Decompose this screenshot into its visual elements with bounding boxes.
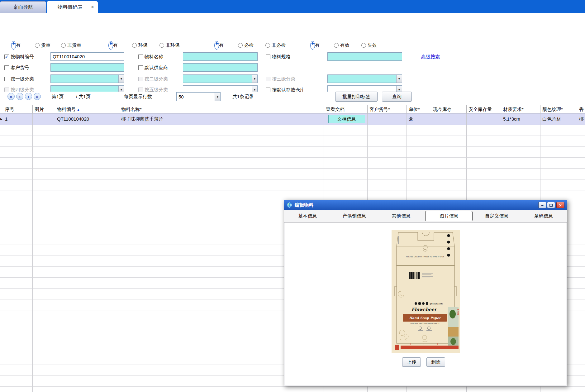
close-button[interactable]: ×	[556, 202, 564, 208]
category2-select[interactable]: ▼	[183, 74, 258, 83]
upload-button[interactable]: 上传	[402, 357, 421, 367]
filter-material-code-checkbox[interactable]: ✓ 按物料编号	[4, 52, 34, 61]
table-cell	[55, 190, 119, 201]
table-cell	[3, 212, 33, 223]
radio-must-inspect[interactable]: 必检	[238, 42, 254, 49]
table-row[interactable]	[0, 387, 585, 392]
table-row[interactable]	[0, 179, 585, 190]
doc-info-button[interactable]: 文档信息	[328, 115, 365, 123]
header-image[interactable]: 图片	[33, 105, 55, 113]
query-button[interactable]: 查询	[382, 92, 412, 102]
rows-per-page-select[interactable]: 50 ▼	[176, 92, 221, 101]
table-row[interactable]	[0, 147, 585, 158]
table-row[interactable]	[0, 125, 585, 136]
tab-image-info[interactable]: 图片信息	[425, 211, 473, 221]
radio-dot	[159, 43, 164, 48]
advanced-search-link[interactable]: 高级搜索	[421, 54, 440, 60]
table-cell	[0, 299, 3, 310]
header-material-code[interactable]: 物料编号▲	[55, 105, 119, 113]
last-page-button[interactable]: »	[34, 93, 41, 100]
filter-customer-item-checkbox[interactable]: 客户货号	[4, 63, 29, 72]
first-page-button[interactable]: «	[7, 93, 15, 100]
category3-select[interactable]: ▼	[327, 74, 402, 83]
table-cell	[33, 321, 55, 332]
filter-material-name-checkbox[interactable]: 物料名称	[138, 52, 163, 61]
dialog-tabs: 基本信息 产供销信息 其他信息 图片信息 自定义信息 条码信息	[284, 210, 567, 222]
table-cell	[501, 179, 540, 190]
tab-other-info[interactable]: 其他信息	[378, 210, 425, 222]
radio-dot	[265, 43, 270, 48]
table-cell	[3, 245, 33, 256]
table-cell	[577, 256, 585, 267]
material-spec-input[interactable]	[327, 52, 402, 61]
radio-non-must-inspect[interactable]: 非必检	[265, 42, 286, 49]
checkbox-label: 按一级分类	[11, 76, 34, 82]
radio-precious[interactable]: 贵重	[35, 42, 50, 49]
header-current-stock[interactable]: 现今库存	[431, 105, 467, 113]
radio-inspect-all[interactable]: 所有	[214, 42, 224, 49]
material-code-input[interactable]	[50, 52, 124, 61]
tab-desktop-navigation[interactable]: 桌面导航	[0, 1, 46, 13]
material-name-input[interactable]	[183, 52, 258, 61]
filter-category2-checkbox[interactable]: 按二级分类	[138, 74, 168, 83]
radio-precious-all[interactable]: 所有	[11, 42, 21, 49]
table-row[interactable]	[0, 158, 585, 169]
svg-text:PORTABLE HAND SOAP PAPER SHEET: PORTABLE HAND SOAP PAPER SHEETS	[411, 323, 439, 324]
table-cell	[33, 223, 55, 234]
header-customer-item[interactable]: 客户货号*	[368, 105, 407, 113]
tab-custom-info[interactable]: 自定义信息	[473, 210, 520, 222]
next-page-button[interactable]: ›	[25, 93, 32, 100]
table-cell	[3, 267, 33, 278]
header-material-requirement[interactable]: 材质要求*	[501, 105, 540, 113]
radio-dot	[132, 43, 137, 48]
batch-print-labels-button[interactable]: 批量打印标签	[335, 92, 378, 102]
table-cell	[33, 278, 55, 289]
header-safety-stock[interactable]: 安全库存量	[467, 105, 501, 113]
radio-non-eco[interactable]: 非环保	[159, 42, 180, 49]
table-cell	[324, 147, 368, 158]
header-seq[interactable]: 序号	[3, 105, 33, 113]
checkbox-label: 按二级分类	[145, 76, 168, 82]
table-cell	[501, 125, 540, 136]
header-unit[interactable]: 单位*	[407, 105, 431, 113]
table-row[interactable]	[0, 169, 585, 179]
close-tab-icon[interactable]: ×	[90, 4, 95, 10]
minimize-button[interactable]: –	[538, 202, 546, 208]
table-cell	[119, 179, 324, 190]
filter-category1-checkbox[interactable]: 按一级分类	[4, 74, 34, 83]
prev-page-button[interactable]: ‹	[16, 93, 23, 100]
table-cell	[0, 245, 3, 256]
tab-basic-info[interactable]: 基本信息	[284, 210, 331, 222]
tab-supply-info[interactable]: 产供销信息	[331, 210, 378, 222]
radio-eco[interactable]: 环保	[132, 42, 148, 49]
filter-category3-checkbox[interactable]: 按三级分类	[266, 74, 295, 83]
header-material-name[interactable]: 物料名称*	[119, 105, 324, 113]
radio-label: 失效	[368, 42, 377, 48]
radio-non-precious[interactable]: 非贵重	[61, 42, 81, 49]
header-fragrance[interactable]: 香	[577, 105, 585, 113]
delete-button[interactable]: 删除	[426, 357, 445, 367]
filter-default-supplier-checkbox[interactable]: 默认供应商	[138, 63, 168, 72]
filter-material-spec-checkbox[interactable]: 物料规格	[266, 52, 291, 61]
header-color-texture[interactable]: 颜色纹理*	[540, 105, 577, 113]
customer-item-input[interactable]	[50, 63, 124, 72]
radio-eco-all[interactable]: 所有	[108, 42, 118, 49]
tab-barcode-info[interactable]: 条码信息	[520, 210, 567, 222]
material-image-preview: PLEASE USE DRY HANDS TO TAKE IT OUT.	[392, 230, 460, 353]
header-view-doc[interactable]: 查看文档	[324, 105, 368, 113]
table-cell	[55, 147, 119, 158]
category1-select[interactable]: ▼	[50, 74, 124, 83]
table-row-selected[interactable]: ▶ 1 QT1100104020 椰子味抑菌洗手薄片 文档信息 盒 5.1*3c…	[0, 113, 585, 125]
tab-material-code-table[interactable]: 物料编码表 ×	[47, 1, 98, 13]
checkbox-label: 客户货号	[11, 65, 29, 71]
table-cell	[33, 212, 55, 223]
radio-valid-all[interactable]: 所有	[310, 42, 320, 49]
table-cell	[33, 234, 55, 245]
table-row[interactable]	[0, 136, 585, 147]
maximize-button[interactable]	[547, 202, 555, 208]
radio-invalid[interactable]: 失效	[361, 42, 377, 49]
table-cell	[55, 289, 119, 299]
table-cell	[0, 212, 3, 223]
default-supplier-input[interactable]	[183, 63, 258, 72]
radio-valid[interactable]: 有效	[334, 42, 350, 49]
